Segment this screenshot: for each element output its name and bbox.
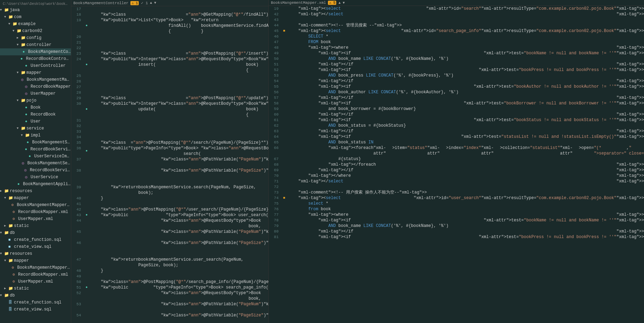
sidebar-item-BookMangementApplica[interactable]: ● BookMangementApplica... — [0, 181, 71, 188]
sidebar-item-controller[interactable]: ▼ 📁 controller — [0, 41, 71, 48]
sidebar-item-service[interactable]: ▼ 📁 service — [0, 125, 71, 132]
file-tree[interactable]: C:\Users\han\Desktop\work\book_man... ▼ … — [0, 0, 71, 323]
sidebar-item-UserMapper_xml[interactable]: ⚙ UserMapper.xml — [0, 215, 71, 222]
line-number: 72 — [269, 184, 281, 190]
xml-code-line: 43 — [269, 17, 644, 23]
sidebar-item-static[interactable]: ▶ 📁 static — [0, 285, 71, 292]
sidebar-item-create-view-sql[interactable]: 🗄 create_view.sql — [0, 306, 71, 313]
gutter-empty — [281, 128, 287, 134]
sidebar-item-resources[interactable]: ▶ 📁 resources — [0, 188, 71, 195]
sidebar-item-create-func-sql[interactable]: 🗄 create_function.sql — [0, 299, 71, 306]
sidebar-item-RecordBookMapper[interactable]: ◎ RecordBookMapper — [0, 83, 71, 90]
line-number: 68 — [269, 162, 281, 167]
code-line: 50 "kw">class="ann">@PostMapping("@*"/se… — [71, 279, 268, 285]
sidebar-item-label: config — [26, 35, 41, 41]
code-line: 54 "kw">class="ann">@PathVariable("PageS… — [71, 313, 268, 323]
line-number: 76 — [269, 206, 281, 212]
line-number: 79 — [269, 223, 281, 229]
sidebar-item-RecordBookService[interactable]: ◎ RecordBookService — [0, 167, 71, 174]
sidebar-item-booksmap-xml[interactable]: ⚙ BooksMangementMapper.xml — [0, 264, 71, 271]
code-line: 40 } — [71, 196, 268, 201]
sidebar-item-RecordBook[interactable]: ● RecordBook — [0, 111, 71, 118]
sidebar-item-com[interactable]: ▼ 📁 com — [0, 14, 71, 21]
sidebar-item-impl[interactable]: ▼ 📁 impl — [0, 132, 71, 139]
xml-line-content: AND book_name LIKE CONCAT('%', #{bookNam… — [287, 56, 644, 62]
sidebar-item-BooksMangementMapp[interactable]: ◎ BooksMangementMapp... — [0, 76, 71, 83]
code-line: 17 — [71, 6, 268, 12]
sidebar-item-create_view_sql[interactable]: ■ create_view.sql — [0, 243, 71, 250]
gutter-empty — [84, 201, 89, 207]
sidebar-item-BooksMangementSer[interactable]: ◎ BooksMangementSer... — [0, 160, 71, 167]
sidebar-item-recordmap-xml[interactable]: ⚙ RecordBookMapper.xml — [0, 271, 71, 278]
line-number: 19 — [71, 17, 84, 34]
sidebar-item-carbon02[interactable]: ▼ 📁 carbon02 — [0, 27, 71, 34]
xml-code-line: 47 FROM book — [269, 39, 644, 45]
line-content: "kw">class — [89, 218, 186, 229]
line-number: 30 — [71, 101, 84, 118]
sidebar-item-example[interactable]: ▼ 📁 example — [0, 21, 71, 27]
sql-icon: ■ — [8, 237, 13, 243]
line-number: 51 — [269, 62, 281, 67]
line-number: 53 — [269, 73, 281, 78]
sidebar-item-db[interactable]: ▼ 📁 db — [0, 229, 71, 236]
expand-arrow: ▼ — [0, 292, 4, 299]
xml-line-content: "xml-tag"></where — [287, 173, 617, 179]
sidebar-item-label: RecordBookMapper — [31, 84, 71, 90]
class-icon: ● — [17, 181, 22, 187]
sidebar-item-RecordBookServic[interactable]: ● RecordBookServic... — [0, 146, 71, 153]
sidebar-item-UserServiceImpl[interactable]: ● UserServiceImpl — [0, 153, 71, 160]
sidebar-item-db[interactable]: ▼ 📁 db — [0, 292, 71, 299]
class-icon: ● — [23, 49, 27, 55]
xml-code-line: 44 "xml-comment"><!-- 管理员搜索 --"xml-tag">… — [269, 23, 644, 28]
sidebar-item-mapper-res[interactable]: ▼ 📁 mapper — [0, 257, 71, 264]
line-number: 32 — [71, 123, 84, 129]
xml-code-line: 66 "xml-tag"><foreach "xml-attr">item="s… — [269, 145, 644, 156]
sidebar-item-java[interactable]: ▼ 📁 java — [0, 7, 71, 14]
xml-line-content: "xml-tag"><if — [287, 117, 474, 123]
java-code-body[interactable]: 17 18 "kw">class="ann">@GetMapping("@*"/… — [71, 6, 268, 323]
sidebar-item-pojo[interactable]: ▼ 📁 pojo — [0, 97, 71, 104]
line-content: "kw">class — [89, 279, 126, 285]
gutter-empty — [281, 184, 287, 190]
line-number: 48 — [71, 268, 84, 274]
sidebar-item-UserService[interactable]: ◎ UserService — [0, 174, 71, 181]
gutter-empty — [281, 23, 287, 28]
gutter-empty — [84, 140, 89, 145]
sidebar-item-BooksMangementCo[interactable]: ● BooksMangementCo... — [0, 48, 71, 55]
sidebar-item-BooksMangementMapper_xml[interactable]: ⚙ BooksMangementMapper.xml — [0, 202, 71, 208]
sidebar-item-BookMangementS[interactable]: ● BookMangementS... — [0, 139, 71, 146]
xml-editor-header: BooksMangementMapper.xml ⚠ 5 ▲ ▼ — [269, 0, 644, 6]
line-number: 28 — [71, 90, 84, 95]
sidebar-item-UserController[interactable]: ● UserController — [0, 62, 71, 69]
line-content — [89, 274, 268, 279]
class-icon: ● — [21, 56, 25, 62]
sidebar-item-resources[interactable]: ▼ 📁 resources — [0, 250, 71, 257]
sidebar-item-config[interactable]: ▶ 📁 config — [0, 34, 71, 41]
gutter-empty — [84, 207, 89, 212]
chevron-up-icon[interactable]: ▲ — [150, 1, 152, 5]
line-content: "kw">return — [89, 257, 138, 268]
xml-chevron-down-icon[interactable]: ▼ — [343, 1, 345, 5]
code-line: 42 "kw">class="ann">@PostMapping("@*"/us… — [71, 207, 268, 212]
line-number: 49 — [71, 274, 84, 279]
xml-line-content: SELECT * — [287, 34, 644, 39]
folder-icon: 📁 — [13, 21, 17, 27]
sidebar-item-mapper[interactable]: ▼ 📁 mapper — [0, 69, 71, 76]
sidebar-item-RecordBookControlle[interactable]: ● RecordBookControlle... — [0, 55, 71, 62]
xml-code-body[interactable]: 19 "xml-tag"><select "xml-attr">id="sear… — [269, 6, 644, 323]
sidebar-item-User[interactable]: ● User — [0, 118, 71, 125]
chevron-down-icon[interactable]: ▼ — [154, 1, 156, 5]
xml-chevron-up-icon[interactable]: ▲ — [338, 1, 340, 5]
sidebar-item-mapper_res[interactable]: ▼ 📁 mapper — [0, 195, 71, 202]
expand-arrow: ▼ — [17, 70, 21, 76]
sidebar-item-Book[interactable]: ● Book — [0, 104, 71, 111]
sidebar-item-usermap-xml[interactable]: ⚙ UserMapper.xml — [0, 278, 71, 285]
sidebar-item-static[interactable]: ▶ 📁 static — [0, 222, 71, 229]
gutter-empty — [84, 257, 89, 268]
line-number: 62 — [269, 123, 281, 128]
sidebar-item-RecordBookMapper_xml[interactable]: ⚙ RecordBookMapper.xml — [0, 208, 71, 215]
sidebar-item-create_function_sql[interactable]: ■ create_function.sql — [0, 236, 71, 243]
gutter-empty — [281, 67, 287, 73]
sidebar-item-UserMapper[interactable]: ◎ UserMapper — [0, 90, 71, 97]
class-icon: ● — [25, 104, 30, 111]
